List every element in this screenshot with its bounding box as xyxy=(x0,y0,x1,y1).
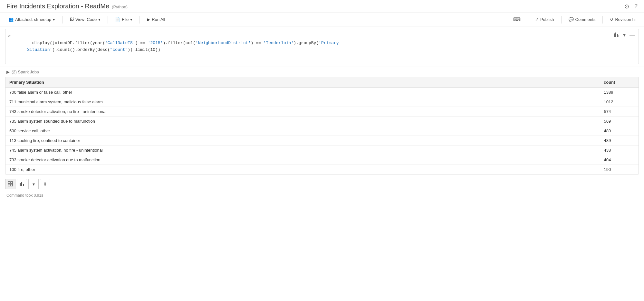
attached-chevron-icon: ▾ xyxy=(53,17,55,22)
separator-5 xyxy=(561,16,562,24)
situation-cell: 100 fire, other xyxy=(5,165,600,174)
chevron-down-icon: ▾ xyxy=(623,32,626,38)
cell-bottom-toolbar: ▾ ⬇ xyxy=(0,177,644,191)
code-cell: > display(joinedDF.filter(year('CallDate… xyxy=(5,29,639,64)
svg-rect-2 xyxy=(617,34,618,37)
users-icon: 👥 xyxy=(8,17,14,22)
view-label: View: Code xyxy=(75,17,97,22)
count-cell: 190 xyxy=(600,165,639,174)
attached-label: Attached: sfmeetup xyxy=(15,17,51,22)
spark-jobs[interactable]: ▶ (2) Spark Jobs xyxy=(0,67,644,77)
table-grid-icon xyxy=(8,181,13,187)
svg-rect-4 xyxy=(8,182,10,183)
download-icon: ⬇ xyxy=(43,182,47,187)
svg-rect-9 xyxy=(21,182,22,186)
count-cell: 569 xyxy=(600,117,639,126)
separator-4 xyxy=(528,16,528,24)
svg-rect-0 xyxy=(614,33,615,37)
title-left: Fire Incidents Exploration - ReadMe (Pyt… xyxy=(6,3,128,10)
revision-label: Revision hi xyxy=(615,17,636,22)
col-header-situation: Primary Situation xyxy=(5,77,600,88)
file-label: File xyxy=(122,17,129,22)
revision-button[interactable]: ↺ Revision hi xyxy=(607,15,639,24)
situation-cell: 711 municipal alarm system, malicious fa… xyxy=(5,97,600,107)
results-table: Primary Situation count 700 false alarm … xyxy=(5,77,639,174)
cell-close-button[interactable]: — xyxy=(628,32,636,39)
cell-chart-icon-button[interactable] xyxy=(612,32,620,39)
count-cell: 574 xyxy=(600,107,639,117)
comments-label: Comments xyxy=(575,17,596,22)
count-cell: 1012 xyxy=(600,97,639,107)
toolbar-right: ⌨ ↗ Publish 💬 Comments ↺ Revision hi xyxy=(510,15,639,24)
situation-cell: 113 cooking fire, confined to container xyxy=(5,136,600,146)
run-icon: ▶ xyxy=(147,17,150,22)
situation-cell: 733 smoke detector activation due to mal… xyxy=(5,155,600,165)
table-row: 700 false alarm or false call, other1389 xyxy=(5,88,639,97)
count-cell: 489 xyxy=(600,136,639,146)
table-row: 113 cooking fire, confined to container4… xyxy=(5,136,639,146)
svg-rect-5 xyxy=(11,182,13,183)
view-button[interactable]: 🖼 View: Code ▾ xyxy=(66,15,104,24)
table-body: 700 false alarm or false call, other1389… xyxy=(5,88,639,174)
svg-rect-3 xyxy=(619,35,619,37)
table-row: 735 alarm system sounded due to malfunct… xyxy=(5,117,639,126)
table-header: Primary Situation count xyxy=(5,77,639,88)
count-cell: 1389 xyxy=(600,88,639,97)
revision-icon: ↺ xyxy=(610,17,613,22)
file-icon: 📄 xyxy=(115,17,120,22)
attached-button[interactable]: 👥 Attached: sfmeetup ▾ xyxy=(5,15,58,24)
table-row: 743 smoke detector activation, no fire -… xyxy=(5,107,639,117)
publish-icon: ↗ xyxy=(535,17,539,22)
svg-rect-7 xyxy=(11,184,13,186)
separator-2 xyxy=(108,16,108,24)
comments-button[interactable]: 💬 Comments xyxy=(565,15,599,24)
clock-icon-button[interactable]: ⊙ xyxy=(624,3,629,10)
situation-cell: 735 alarm system sounded due to malfunct… xyxy=(5,117,600,126)
chart-view-button[interactable] xyxy=(17,179,27,189)
status-text: Command took 0.91s xyxy=(6,193,43,198)
title-bar: Fire Incidents Exploration - ReadMe (Pyt… xyxy=(0,0,644,13)
table-row: 500 service call, other489 xyxy=(5,126,639,136)
count-cell: 404 xyxy=(600,155,639,165)
col-header-count: count xyxy=(600,77,639,88)
cell-code-content[interactable]: display(joinedDF.filter(year('CallDateTS… xyxy=(17,32,639,61)
svg-rect-1 xyxy=(615,33,616,37)
chevron-down-small-icon: ▾ xyxy=(33,182,35,187)
situation-cell: 743 smoke detector activation, no fire -… xyxy=(5,107,600,117)
count-cell: 489 xyxy=(600,126,639,136)
run-all-label: Run All xyxy=(152,17,165,22)
comments-icon: 💬 xyxy=(569,17,574,22)
table-view-button[interactable] xyxy=(5,179,15,189)
download-button[interactable]: ⬇ xyxy=(40,179,50,189)
chart-dropdown-button[interactable]: ▾ xyxy=(28,179,39,189)
table-row: 733 smoke detector activation due to mal… xyxy=(5,155,639,165)
file-chevron-icon: ▾ xyxy=(130,17,132,22)
svg-rect-6 xyxy=(8,184,10,186)
status-bar: Command took 0.91s xyxy=(0,191,644,200)
table-row: 711 municipal alarm system, malicious fa… xyxy=(5,97,639,107)
file-button[interactable]: 📄 File ▾ xyxy=(112,15,136,24)
keyboard-icon: ⌨ xyxy=(513,17,521,22)
view-icon: 🖼 xyxy=(70,17,74,22)
help-icon-button[interactable]: ? xyxy=(634,3,638,10)
cell-prompt: > xyxy=(5,32,17,39)
results-table-container: Primary Situation count 700 false alarm … xyxy=(5,77,639,174)
separator-1 xyxy=(62,16,62,24)
view-chevron-icon: ▾ xyxy=(98,17,101,22)
cell-toolbar-right: ▾ — xyxy=(612,31,636,39)
page-title: Fire Incidents Exploration - ReadMe xyxy=(6,3,109,10)
situation-cell: 700 false alarm or false call, other xyxy=(5,88,600,97)
title-lang: (Python) xyxy=(112,5,128,9)
table-row: 745 alarm system activation, no fire - u… xyxy=(5,146,639,155)
run-all-button[interactable]: ▶ Run All xyxy=(144,15,168,24)
bar-chart-icon xyxy=(613,32,619,38)
publish-button[interactable]: ↗ Publish xyxy=(532,15,557,24)
close-icon: — xyxy=(630,32,635,38)
cell-chevron-down-button[interactable]: ▾ xyxy=(622,31,627,39)
keyboard-button[interactable]: ⌨ xyxy=(510,15,524,24)
bar-chart-small-icon xyxy=(19,182,24,187)
prompt-arrow: > xyxy=(8,33,11,38)
situation-cell: 745 alarm system activation, no fire - u… xyxy=(5,146,600,155)
title-icons: ⊙ ? xyxy=(624,3,638,10)
separator-6 xyxy=(602,16,603,24)
